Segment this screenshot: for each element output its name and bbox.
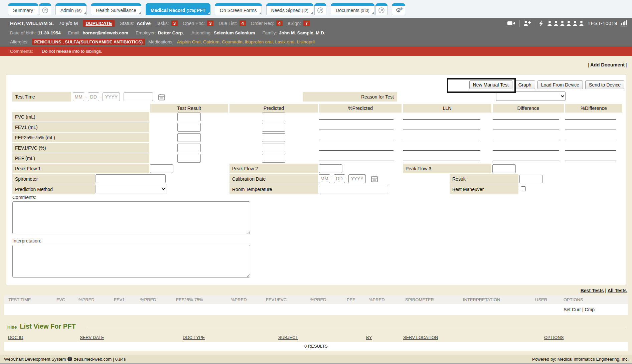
email-pair: Email:horner@mieweb.com — [68, 30, 128, 35]
test-time-mm-input[interactable] — [73, 93, 84, 101]
tasks-badge[interactable]: 3 — [171, 20, 178, 26]
due-list-badge[interactable]: 4 — [240, 20, 246, 26]
row-spirometer: Spirometer Calibration Date - - Result — [6, 174, 626, 184]
medication-link[interactable]: Aspirin Oral — [177, 39, 203, 44]
order-req-label: Order Req: — [251, 21, 274, 26]
fev1-test-result-input[interactable] — [177, 123, 201, 132]
col-header-difference: Difference — [493, 104, 564, 113]
allergies-badge[interactable]: PENICILLINS , SULFA(SULFONAMIDE ANTIBIOT… — [32, 39, 145, 45]
fvc-test-result-input[interactable] — [177, 113, 201, 121]
lightning-icon[interactable] — [539, 20, 543, 26]
duplicate-badge[interactable]: DUPLICATE — [83, 20, 115, 27]
fev1-predicted-input[interactable] — [262, 123, 285, 132]
fev1-fvc-test-result-input[interactable] — [177, 144, 201, 152]
new-manual-test-button[interactable]: New Manual Test — [469, 80, 512, 89]
fvc-predicted-input[interactable] — [262, 113, 285, 121]
tab-on-screen-forms[interactable]: On Screen Forms — [215, 3, 262, 15]
medication-link[interactable]: Lasix oral — [275, 39, 297, 44]
col-doc-type[interactable]: DOC TYPE — [183, 334, 205, 341]
esign-badge[interactable]: 7 — [303, 20, 310, 26]
tab-medical-record[interactable]: Medical Record(179):PFT — [146, 3, 210, 15]
peak-flow-2-input[interactable] — [319, 164, 342, 173]
medication-link[interactable]: Coumadin — [222, 39, 245, 44]
col-subject[interactable]: SUBJECT — [278, 334, 298, 341]
all-tests-link[interactable]: All Tests — [608, 288, 627, 293]
col-doc-options[interactable]: OPTIONS — [544, 334, 564, 341]
online-users-icons[interactable] — [547, 21, 584, 26]
peak-flow-1-input[interactable] — [150, 164, 173, 173]
graph-button[interactable]: Graph — [515, 80, 535, 89]
load-from-device-button[interactable]: Load From Device — [537, 80, 583, 89]
video-camera-icon[interactable] — [507, 20, 516, 26]
test-time-dd-input[interactable] — [88, 93, 99, 101]
col-header-pct-difference: %Difference — [565, 104, 622, 113]
info-icon[interactable]: i — [67, 357, 72, 361]
tab-admin[interactable]: Admin(46) — [55, 3, 87, 15]
peak-flow-3-input[interactable] — [492, 164, 516, 173]
col-serv-location[interactable]: SERV LOCATION — [403, 334, 438, 341]
calendar-icon[interactable] — [371, 175, 378, 182]
attending-label: Attending: — [191, 30, 212, 35]
calendar-icon[interactable] — [158, 94, 165, 101]
pef-test-result-input[interactable] — [177, 154, 201, 163]
row-peak-flow: Peak Flow 1 Peak Flow 2 Peak Flow 3 — [6, 164, 626, 173]
dob-value: 11-30-1954 — [38, 30, 60, 35]
result-input[interactable] — [519, 175, 543, 183]
fev1-fvc-lln-field — [403, 150, 480, 151]
interpretation-textarea[interactable] — [12, 245, 250, 278]
tabs-container: Summary Admin(46) Health Surveillance Me… — [8, 3, 405, 15]
pef-pct-difference-field — [565, 161, 616, 161]
room-temperature-input[interactable] — [319, 185, 388, 193]
reason-for-test-select[interactable] — [496, 92, 566, 101]
best-tests-link[interactable]: Best Tests — [581, 288, 604, 293]
set-curr-cmp-links[interactable]: Set Curr | Cmp — [564, 304, 595, 315]
best-maneuver-checkbox[interactable] — [521, 186, 526, 191]
fef-pct-difference-field — [565, 140, 616, 140]
add-person-icon[interactable] — [523, 20, 531, 26]
row-fef: FEF25%-75% (mL) — [6, 133, 626, 142]
chart-stats-icon[interactable] — [621, 20, 627, 26]
add-document-link[interactable]: Add Document — [590, 62, 625, 67]
tab-summary[interactable]: Summary — [8, 3, 38, 15]
send-to-device-button[interactable]: Send to Device — [585, 80, 624, 89]
medication-link[interactable]: Lisinopril — [297, 39, 315, 44]
test-time-time-input[interactable] — [124, 93, 153, 101]
medication-link[interactable]: Calcium — [203, 39, 222, 44]
patient-header-icons: TEST-10019 — [507, 20, 627, 27]
comments-bar-label: Comments: — [10, 49, 33, 54]
fev1-lln-field — [403, 130, 480, 130]
prediction-method-select[interactable] — [96, 185, 166, 193]
col-fev1: FEV1 — [114, 295, 125, 304]
tab-needs-signed-jump[interactable] — [314, 3, 326, 15]
tab-label: Health Surveillance — [96, 8, 136, 13]
medication-link[interactable]: ibuprofen oral — [245, 39, 275, 44]
fef-test-result-input[interactable] — [177, 133, 201, 142]
settings-tab[interactable]: ⚙ ⚙ — [392, 3, 405, 15]
attending-value: Selenium Selenium — [214, 30, 255, 35]
email-value[interactable]: horner@mieweb.com — [83, 30, 128, 35]
col-serv-date[interactable]: SERV DATE — [80, 334, 104, 341]
fev1-fvc-predicted-input[interactable] — [262, 144, 285, 152]
tab-needs-signed[interactable]: Needs Signed(12) — [266, 3, 314, 15]
tab-documents[interactable]: Documents(313) — [331, 3, 374, 15]
comments-bar-text: Do not release info to siblings. — [42, 49, 102, 54]
comments-textarea[interactable] — [12, 201, 250, 234]
pef-predicted-input[interactable] — [262, 154, 285, 163]
calibration-yyyy-input[interactable] — [348, 174, 366, 183]
tab-documents-jump[interactable] — [375, 3, 387, 15]
test-time-yyyy-input[interactable] — [103, 93, 120, 101]
calibration-dd-input[interactable] — [334, 174, 345, 183]
fef-predicted-input[interactable] — [262, 133, 285, 142]
col-doc-id[interactable]: DOC ID — [8, 334, 23, 341]
tab-health-surveillance[interactable]: Health Surveillance — [91, 3, 141, 15]
tab-summary-jump[interactable] — [39, 3, 51, 15]
calibration-mm-input[interactable] — [319, 174, 330, 183]
results-table-header: TEST TIME FVC %PRED FEV1 %PRED FEF25%-75… — [4, 295, 628, 304]
spirometer-input[interactable] — [96, 174, 166, 183]
open-enc-badge[interactable]: 3 — [207, 20, 213, 26]
col-by[interactable]: BY — [366, 334, 372, 341]
row-pef: PEF (mL) — [6, 153, 626, 163]
order-req-badge[interactable]: 4 — [276, 20, 283, 26]
hide-link[interactable]: Hide — [7, 325, 17, 330]
status-value: Active — [137, 21, 151, 26]
